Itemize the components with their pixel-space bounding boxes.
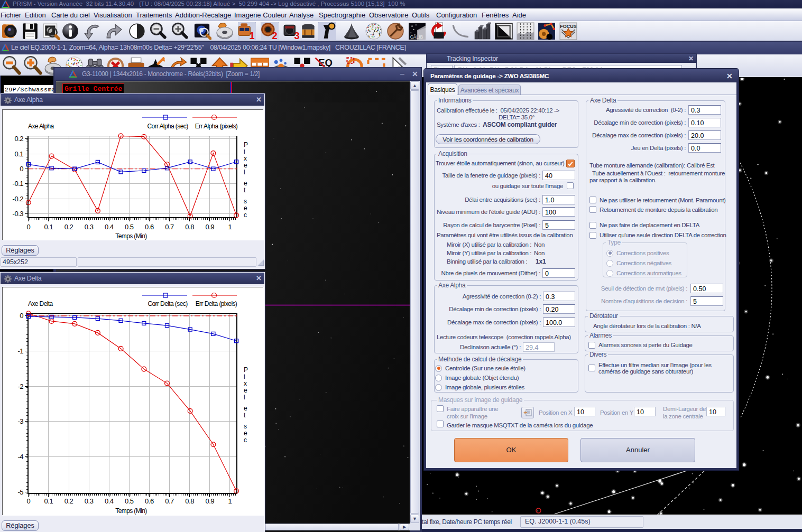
svg-text:x: x (244, 380, 247, 387)
svg-text:0: 0 (26, 497, 30, 505)
svg-text:Temps (Min): Temps (Min) (115, 232, 147, 240)
svg-text:Axe Delta: Axe Delta (28, 300, 53, 307)
svg-text:Temps (Min): Temps (Min) (115, 507, 147, 515)
svg-text:e: e (244, 204, 247, 212)
svg-text:-5: -5 (17, 488, 23, 496)
svg-text:0.9: 0.9 (205, 497, 214, 505)
svg-text:l: l (244, 169, 245, 176)
svg-text:0.5: 0.5 (125, 497, 134, 505)
svg-text:0: 0 (26, 223, 30, 231)
svg-text:0.4: 0.4 (105, 223, 114, 231)
svg-text:1: 1 (228, 497, 232, 505)
svg-text:-0.1: -0.1 (13, 180, 24, 188)
svg-text:P: P (244, 141, 248, 148)
svg-text:2: 2 (272, 31, 278, 40)
svg-text:0.4: 0.4 (105, 497, 114, 505)
svg-text:0.7: 0.7 (165, 223, 174, 231)
svg-text:0.6: 0.6 (145, 223, 154, 231)
svg-text:0.2: 0.2 (14, 135, 23, 143)
svg-text:s: s (244, 198, 247, 205)
svg-text:-2: -2 (17, 382, 23, 390)
svg-text:0.9: 0.9 (205, 223, 214, 231)
svg-text:-1: -1 (17, 347, 23, 355)
svg-text:Corr Delta (sec): Corr Delta (sec) (148, 300, 188, 307)
svg-text:0.6: 0.6 (145, 497, 154, 505)
svg-text:e: e (244, 180, 247, 187)
svg-text:1: 1 (250, 31, 255, 40)
svg-text:0.1: 0.1 (44, 223, 53, 231)
svg-text:Axe Alpha: Axe Alpha (28, 123, 54, 130)
svg-text:0.8: 0.8 (185, 223, 194, 231)
svg-text:-0.2: -0.2 (13, 195, 24, 203)
svg-text:s: s (244, 423, 247, 430)
svg-text:0.1: 0.1 (14, 150, 23, 158)
svg-text:0.8: 0.8 (185, 497, 194, 505)
svg-text:-3: -3 (17, 417, 23, 425)
svg-text:Err Delta (pixels): Err Delta (pixels) (196, 300, 237, 307)
svg-text:0.2: 0.2 (64, 497, 73, 505)
svg-text:i: i (244, 148, 245, 155)
svg-text:P: P (244, 366, 248, 374)
svg-text:c: c (244, 211, 247, 219)
svg-text:0.1: 0.1 (44, 497, 53, 505)
svg-text:1: 1 (228, 223, 232, 231)
svg-text:e: e (244, 387, 247, 394)
svg-text:0.7: 0.7 (165, 497, 174, 505)
svg-text:Corr Alpha (sec): Corr Alpha (sec) (147, 123, 188, 130)
svg-text:i: i (244, 373, 245, 380)
svg-text:0: 0 (20, 312, 23, 320)
svg-text:0.3: 0.3 (85, 497, 94, 505)
svg-text:0.2: 0.2 (64, 223, 73, 231)
svg-text:e: e (244, 430, 247, 437)
svg-text:e: e (244, 405, 247, 412)
svg-text:Err Alpha (pixels): Err Alpha (pixels) (195, 123, 238, 130)
svg-text:0: 0 (20, 165, 23, 173)
svg-text:0.3: 0.3 (85, 223, 94, 231)
svg-text:c: c (244, 436, 247, 444)
svg-text:0.5: 0.5 (125, 223, 134, 231)
svg-text:l: l (244, 394, 245, 401)
svg-text:x: x (244, 155, 247, 162)
svg-text:e: e (244, 162, 247, 169)
svg-text:-4: -4 (17, 453, 23, 461)
svg-text:-0.3: -0.3 (13, 210, 24, 218)
svg-text:CALIB: CALIB (410, 34, 423, 40)
